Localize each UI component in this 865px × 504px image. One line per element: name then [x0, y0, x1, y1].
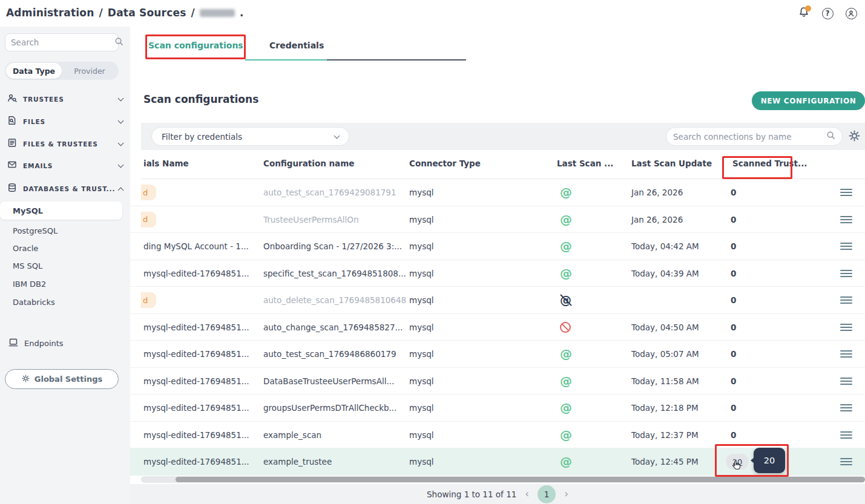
menu-icon [840, 270, 852, 277]
sidebar-item-files-trustees[interactable]: FILES & TRUSTEES [0, 134, 130, 154]
row-menu-button[interactable] [840, 394, 856, 422]
breadcrumb-redacted-source-name [200, 9, 235, 17]
tab-scan-configurations[interactable]: Scan configurations [148, 41, 243, 50]
row-menu-button[interactable] [840, 206, 856, 234]
row-menu-button[interactable] [840, 233, 856, 260]
files-icon [7, 116, 17, 128]
table-settings-button[interactable] [848, 129, 861, 145]
sidebar-search[interactable] [5, 33, 119, 51]
filter-by-credentials-dropdown[interactable]: Filter by credentials [151, 127, 349, 146]
cell-last-scan-status: @ [560, 394, 581, 422]
cell-credentials-name: mysql-edited-17694851... [141, 341, 260, 368]
sidebar-item-label: EMAILS [23, 162, 119, 169]
row-menu-button[interactable] [840, 422, 856, 449]
user-icon [846, 8, 857, 19]
row-menu-button[interactable] [840, 341, 856, 368]
menu-icon [840, 378, 852, 385]
column-last-scan[interactable]: Last Scan ... [557, 159, 613, 168]
sidebar-item-files[interactable]: FILES [0, 112, 130, 131]
scan-status-icon: @ [560, 212, 572, 227]
table-row[interactable]: d TrusteeUserPermsAllOn mysql @ Jan 26, … [130, 206, 865, 234]
cell-last-scan-update: Jan 26, 2026 [631, 206, 731, 234]
toggle-data-type[interactable]: Data Type [6, 63, 62, 79]
row-menu-button[interactable] [840, 287, 856, 314]
cell-last-scan-update: Today, 12:18 PM [631, 394, 731, 422]
pagination-summary: Showing 1 to 11 of 11 [427, 489, 516, 499]
column-credentials-name[interactable]: ials Name [143, 159, 189, 168]
horizontal-scrollbar-thumb[interactable] [176, 477, 865, 482]
sidebar: Data Type Provider TRUSTEES FILES FILES … [0, 27, 130, 504]
menu-icon [840, 324, 852, 331]
column-scanned-trustees[interactable]: Scanned Trust... [732, 159, 807, 168]
table-row[interactable]: mysql-edited-17694851... auto_change_sca… [130, 314, 865, 341]
tabstrip-underline [327, 59, 466, 61]
help-button[interactable]: ? [821, 7, 834, 20]
question-icon: ? [822, 8, 834, 19]
breadcrumb-data-sources[interactable]: Data Sources [108, 7, 186, 19]
sidebar-subitem-ms-sql[interactable]: MS SQL [0, 257, 122, 275]
connections-search-input[interactable] [673, 132, 826, 142]
sidebar-subitem-oracle[interactable]: Oracle [0, 239, 122, 257]
notifications-button[interactable] [797, 7, 811, 20]
row-menu-button[interactable] [840, 448, 856, 476]
notification-dot [805, 5, 811, 11]
pagination-prev-button[interactable]: ‹ [525, 489, 529, 499]
pagination-page-1[interactable]: 1 [538, 485, 556, 503]
cell-connector-type: mysql [409, 287, 434, 314]
cell-last-scan-update: Today, 11:58 AM [631, 368, 731, 395]
toggle-provider[interactable]: Provider [62, 63, 117, 79]
table-row[interactable]: mysql-edited-17694851... auto_test_scan_… [130, 341, 865, 368]
sidebar-subitem-databricks[interactable]: Databricks [0, 293, 122, 311]
cell-configuration-name: example_trustee [263, 448, 406, 476]
menu-icon [840, 189, 852, 196]
table-row[interactable]: mysql-edited-17694851... DataBaseTrustee… [130, 368, 865, 395]
global-settings-label: Global Settings [35, 375, 102, 384]
sidebar-item-trustees[interactable]: TRUSTEES [0, 90, 130, 109]
cell-last-scan-status: @ [560, 448, 581, 476]
table-row[interactable]: d auto_test_scan_1769429081791 mysql @ J… [130, 179, 865, 206]
cell-scanned-trustees: 0 [731, 179, 767, 206]
table-row[interactable]: d auto_delete_scan_1769485810648 mysql @… [130, 287, 865, 314]
row-menu-button[interactable] [840, 314, 856, 341]
sidebar-subitem-postgresql[interactable]: PostgreSQL [0, 221, 122, 240]
breadcrumb-administration[interactable]: Administration [6, 7, 94, 19]
pagination-next-button[interactable]: › [564, 489, 568, 499]
cell-scanned-trustees: 0 [731, 260, 767, 287]
table-row[interactable]: mysql-edited-17694851... specific_test_s… [130, 260, 865, 287]
gear-icon [21, 374, 30, 385]
cell-credentials-name: mysql-edited-17694851... [141, 260, 260, 287]
sidebar-item-emails[interactable]: EMAILS [0, 156, 130, 175]
table-row[interactable]: mysql-edited-17694851... groupsUserPerms… [130, 394, 865, 422]
cell-scanned-trustees: 0 [731, 368, 767, 395]
column-connector-type[interactable]: Connector Type [409, 159, 481, 168]
scanned-trustees-tooltip: 20 [754, 448, 785, 473]
table-row[interactable]: ding MySQL Account - 1... Onboarding Sca… [130, 233, 865, 260]
sidebar-subitem-mysql[interactable]: MySQL [0, 201, 122, 220]
tab-credentials[interactable]: Credentials [269, 41, 324, 50]
sidebar-item-endpoints[interactable]: Endpoints [0, 333, 130, 353]
connections-search[interactable] [666, 127, 843, 146]
column-last-scan-update[interactable]: Last Scan Update [631, 159, 712, 168]
sidebar-subitem-ibm-db2[interactable]: IBM DB2 [0, 275, 122, 293]
scan-status-icon: @ [560, 428, 572, 442]
scan-status-icon: @ [560, 239, 572, 254]
column-configuration-name[interactable]: Configuration name [263, 159, 354, 168]
cell-connector-type: mysql [409, 233, 434, 260]
sidebar-item-label: TRUSTEES [23, 96, 119, 103]
breadcrumb-separator: / [191, 7, 195, 19]
cell-credentials-name: mysql-edited-17694851... [141, 448, 260, 476]
row-menu-button[interactable] [840, 179, 856, 206]
row-menu-button[interactable] [840, 260, 856, 287]
sidebar-search-input[interactable] [11, 38, 114, 47]
menu-icon [840, 243, 852, 250]
account-button[interactable] [844, 7, 858, 20]
new-configuration-button[interactable]: NEW CONFIGURATION [752, 91, 865, 110]
row-menu-button[interactable] [840, 368, 856, 395]
global-settings-button[interactable]: Global Settings [5, 369, 119, 389]
filter-dropdown-label: Filter by credentials [162, 132, 242, 142]
scan-status-icon: @ [560, 293, 571, 307]
menu-icon [840, 404, 852, 411]
sidebar-item-databases-trustees[interactable]: DATABASES & TRUST... [0, 179, 130, 198]
table-body: d auto_test_scan_1769429081791 mysql @ J… [130, 179, 865, 476]
cell-scanned-trustees: 0 [731, 233, 767, 260]
